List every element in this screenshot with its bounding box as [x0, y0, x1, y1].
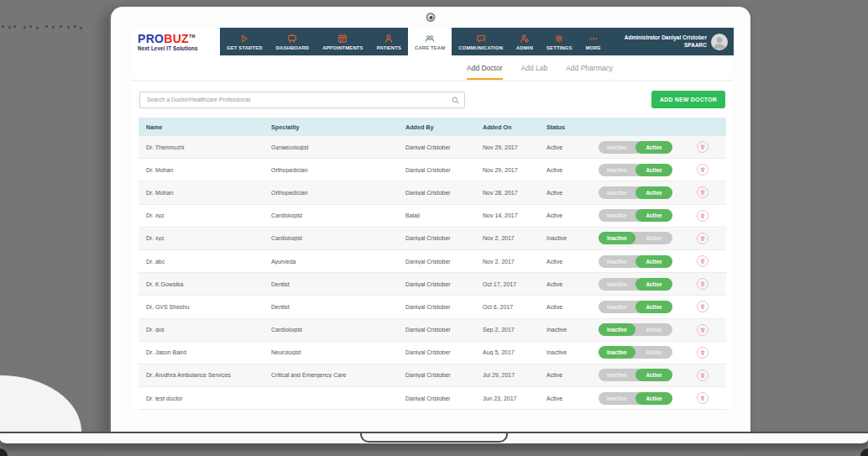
status-toggle[interactable]: Inactive Active [599, 346, 672, 359]
toggle-inactive-label[interactable]: Inactive [599, 141, 635, 154]
user-block[interactable]: Administrator Daniyal Cristober SPAARC [625, 28, 734, 55]
added-by: Daniyal Cristober [405, 144, 483, 150]
toggle-inactive-label[interactable]: Inactive [599, 323, 635, 336]
toggle-active-label[interactable]: Active [635, 346, 672, 359]
toggle-active-label[interactable]: Active [635, 278, 672, 291]
toggle-active-label[interactable]: Active [635, 209, 672, 222]
calendar-icon [337, 34, 348, 44]
status-toggle[interactable]: Inactive Active [599, 164, 672, 176]
tab-add-doctor[interactable]: Add Doctor [467, 64, 503, 80]
nav-item-communication[interactable]: COMMUNICATION [452, 28, 510, 55]
toggle-inactive-label[interactable]: Inactive [599, 209, 635, 222]
delete-button[interactable] [697, 186, 709, 198]
probuz-logo[interactable]: PROBUZTM Next Level IT Solutions [131, 28, 220, 55]
table-row: Dr. Jason Baird Neurologist Daniyal Cris… [139, 342, 726, 364]
toggle-active-label[interactable]: Active [635, 369, 672, 381]
status-toggle[interactable]: Inactive Active [599, 323, 672, 336]
table-row: Dr. GVS Sheshu Dentist Daniyal Cristober… [139, 296, 726, 318]
search-input[interactable] [139, 92, 465, 108]
delete-button[interactable] [697, 141, 709, 153]
delete-button[interactable] [697, 347, 709, 359]
status-toggle[interactable]: Inactive Active [599, 141, 672, 154]
toggle-active-label[interactable]: Active [635, 232, 672, 244]
avatar[interactable] [711, 34, 728, 50]
status-toggle[interactable]: Inactive Active [599, 232, 672, 244]
added-by: Daniyal Cristober [405, 190, 483, 196]
toggle-inactive-label[interactable]: Inactive [599, 369, 635, 381]
toggle-active-label[interactable]: Active [635, 392, 672, 405]
toggle-inactive-label[interactable]: Inactive [599, 278, 635, 291]
search-icon [451, 93, 460, 108]
nav-item-get-started[interactable]: GET STARTED [220, 28, 269, 55]
doctor-name: Dr. Thenmozhi [139, 144, 271, 150]
tab-add-pharmacy[interactable]: Add Pharmacy [566, 64, 613, 80]
toggle-active-label[interactable]: Active [635, 164, 672, 176]
added-on: Nov 28, 2017 [483, 190, 546, 196]
toggle-inactive-label[interactable]: Inactive [599, 255, 635, 268]
delete-button[interactable] [697, 255, 709, 267]
logo-tagline: Next Level IT Solutions [138, 45, 220, 51]
status-text: Active [546, 372, 599, 378]
added-on: Nov 29, 2017 [483, 167, 546, 173]
added-by: Daniyal Cristober [405, 372, 483, 378]
toggle-active-label[interactable]: Active [635, 141, 672, 154]
added-by: Daniyal Cristober [405, 281, 483, 287]
logo-wordmark: PROBUZTM [138, 30, 220, 45]
table-row: Dr. abc Ayurveda Daniyal Cristober Nov 2… [139, 250, 726, 273]
column-header-speciality: Speciality [271, 123, 405, 131]
toggle-inactive-label[interactable]: Inactive [599, 346, 635, 359]
nav-item-admin[interactable]: ADMIN [510, 28, 540, 55]
delete-button[interactable] [697, 370, 709, 381]
delete-button[interactable] [697, 278, 709, 290]
doctor-speciality: Dentist [271, 281, 405, 287]
delete-button[interactable] [697, 301, 709, 312]
table-row: Dr. Thenmozhi Gynaecologist Daniyal Cris… [139, 136, 726, 159]
status-toggle[interactable]: Inactive Active [599, 301, 672, 313]
nav-item-appointments[interactable]: APPOINTMENTS [316, 28, 369, 55]
status-toggle[interactable]: Inactive Active [599, 392, 672, 405]
delete-button[interactable] [697, 210, 709, 222]
table-body: Dr. Thenmozhi Gynaecologist Daniyal Cris… [139, 136, 726, 411]
nav-item-settings[interactable]: SETTINGS [540, 28, 579, 55]
nav-item-patients[interactable]: PATIENTS [370, 28, 408, 55]
trash-icon [699, 144, 706, 150]
toggle-active-label[interactable]: Active [635, 301, 672, 313]
nav-item-dashboard[interactable]: DASHBOARD [269, 28, 316, 55]
toggle-inactive-label[interactable]: Inactive [599, 186, 635, 199]
play-icon [239, 34, 249, 44]
status-toggle[interactable]: Inactive Active [599, 278, 672, 291]
status-toggle[interactable]: Inactive Active [599, 209, 672, 222]
delete-button[interactable] [697, 392, 709, 404]
toggle-inactive-label[interactable]: Inactive [599, 232, 635, 244]
trash-icon [699, 258, 706, 265]
toggle-inactive-label[interactable]: Inactive [599, 301, 635, 313]
delete-button[interactable] [697, 164, 709, 176]
add-new-doctor-button[interactable]: ADD NEW DOCTOR [651, 91, 725, 108]
status-toggle[interactable]: Inactive Active [599, 186, 672, 199]
doctor-speciality: Critical and Emergency Care [271, 372, 405, 378]
doctor-name: Dr. test doctor [139, 396, 271, 401]
status-toggle[interactable]: Inactive Active [599, 369, 672, 381]
delete-button[interactable] [697, 324, 709, 336]
table-row: Dr. Arudhra Ambulance Services Critical … [139, 364, 726, 387]
nav-item-care-team[interactable]: CARE TEAM [408, 28, 452, 55]
status-toggle[interactable]: Inactive Active [599, 255, 672, 268]
delete-button[interactable] [697, 233, 709, 244]
group-icon [425, 34, 435, 44]
added-on: Nov 14, 2017 [483, 212, 546, 218]
admin-icon [520, 34, 530, 44]
toggle-active-label[interactable]: Active [635, 255, 672, 268]
toggle-inactive-label[interactable]: Inactive [599, 164, 635, 176]
toggle-active-label[interactable]: Active [635, 186, 672, 199]
doctor-speciality: Cardiologist [271, 327, 405, 333]
tab-add-lab[interactable]: Add Lab [521, 64, 548, 80]
gear-icon [554, 34, 564, 44]
toggle-active-label[interactable]: Active [635, 323, 672, 336]
status-text: Inactive [546, 235, 599, 241]
column-header-name: Name [139, 123, 271, 131]
toggle-inactive-label[interactable]: Inactive [599, 392, 635, 405]
camera-icon [426, 13, 436, 22]
nav-item-more[interactable]: MORE [579, 28, 608, 55]
doctor-speciality: Cardiologist [271, 212, 405, 218]
table-row: Dr. xyz Cardiologist Balaji Nov 14, 2017… [139, 205, 726, 228]
